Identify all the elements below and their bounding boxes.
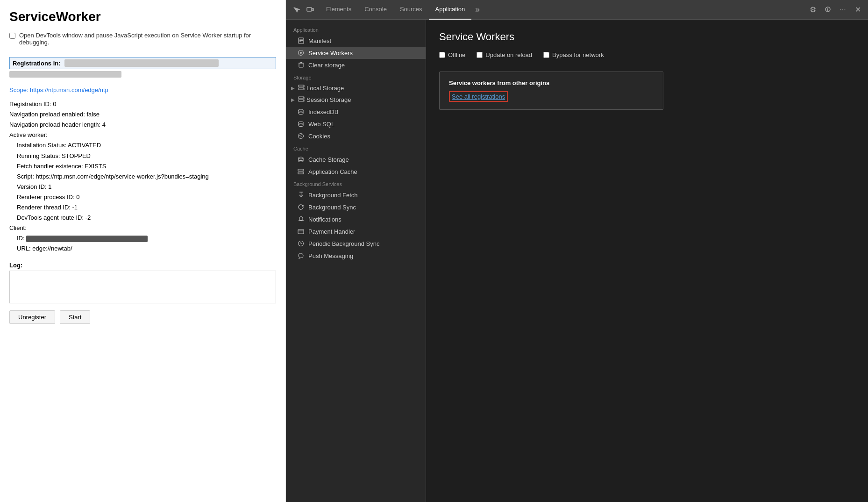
scope-section: Scope: https://ntp.msn.com/edge/ntp <box>9 85 276 95</box>
sidebar-item-indexeddb[interactable]: IndexedDB <box>286 106 426 118</box>
application-cache-icon <box>297 168 305 175</box>
sidebar-item-web-sql[interactable]: Web SQL <box>286 118 426 130</box>
unregister-button[interactable]: Unregister <box>9 310 55 324</box>
svg-rect-4 <box>827 8 828 10</box>
detail-renderer-thread: Renderer thread ID: -1 <box>9 202 276 213</box>
svg-point-28 <box>301 136 302 137</box>
origins-section: Service workers from other origins See a… <box>439 72 663 110</box>
svg-point-29 <box>300 136 301 136</box>
detail-version-id: Version ID: 1 <box>9 182 276 192</box>
sidebar-item-payment-handler[interactable]: Payment Handler <box>286 225 426 237</box>
sidebar-item-cookies[interactable]: Cookies <box>286 130 426 142</box>
tab-sources[interactable]: Sources <box>393 0 429 20</box>
tab-application[interactable]: Application <box>429 0 472 20</box>
update-on-reload-label: Update on reload <box>485 51 532 58</box>
bypass-for-network-checkbox[interactable] <box>543 52 549 58</box>
start-button[interactable]: Start <box>60 310 90 324</box>
indexeddb-label: IndexedDB <box>308 108 338 115</box>
update-on-reload-checkbox-label[interactable]: Update on reload <box>477 51 532 58</box>
svg-rect-1 <box>312 8 313 11</box>
session-storage-icon <box>298 96 305 103</box>
tab-elements[interactable]: Elements <box>320 0 358 20</box>
update-on-reload-checkbox[interactable] <box>477 52 483 58</box>
ellipsis-icon[interactable]: ··· <box>836 3 849 16</box>
settings-icon[interactable]: ⚙ <box>806 3 819 16</box>
scope-link[interactable]: Scope: https://ntp.msn.com/edge/ntp <box>9 86 108 93</box>
background-sync-icon <box>297 203 305 211</box>
svg-rect-3 <box>827 10 828 11</box>
periodic-background-sync-label: Periodic Background Sync <box>308 240 379 247</box>
svg-point-27 <box>300 136 301 137</box>
cookies-icon <box>297 132 305 140</box>
svg-point-26 <box>301 134 302 135</box>
sidebar: Application Manifest Service Workers Cle… <box>286 20 426 502</box>
left-panel: ServiceWorker Open DevTools window and p… <box>0 0 286 502</box>
sidebar-item-push-messaging[interactable]: Push Messaging <box>286 250 426 262</box>
sidebar-item-manifest[interactable]: Manifest <box>286 35 426 47</box>
feedback-icon[interactable] <box>821 3 834 16</box>
sw-title: ServiceWorker <box>9 9 276 24</box>
main-content: Service Workers Offline Update on reload… <box>426 20 868 502</box>
sidebar-item-service-workers[interactable]: Service Workers <box>286 47 426 59</box>
service-workers-icon <box>297 49 305 57</box>
sidebar-item-session-storage[interactable]: ▶ Session Storage <box>286 94 426 106</box>
registrations-input-bar <box>64 59 219 67</box>
svg-point-34 <box>303 172 304 173</box>
more-tabs-icon[interactable]: » <box>471 5 484 14</box>
notifications-icon <box>297 215 305 223</box>
sidebar-item-background-sync[interactable]: Background Sync <box>286 201 426 213</box>
local-storage-arrow-icon: ▶ <box>290 85 296 92</box>
svg-point-30 <box>299 157 303 159</box>
tab-console[interactable]: Console <box>358 0 393 20</box>
sidebar-item-cache-storage[interactable]: Cache Storage <box>286 153 426 165</box>
bypass-for-network-label: Bypass for network <box>552 51 604 58</box>
origins-title: Service workers from other origins <box>449 79 654 86</box>
devtools-content: Application Manifest Service Workers Cle… <box>286 20 868 502</box>
see-all-registrations-link[interactable]: See all registrations <box>449 91 508 102</box>
sidebar-item-local-storage[interactable]: ▶ Local Storage <box>286 82 426 94</box>
sidebar-section-background-services: Background Services <box>286 178 426 189</box>
bypass-for-network-checkbox-label[interactable]: Bypass for network <box>543 51 604 58</box>
clear-storage-icon <box>297 61 305 69</box>
sidebar-item-application-cache[interactable]: Application Cache <box>286 165 426 178</box>
offline-checkbox-label[interactable]: Offline <box>439 51 465 58</box>
sidebar-item-periodic-background-sync[interactable]: Periodic Background Sync <box>286 237 426 250</box>
manifest-label: Manifest <box>308 37 331 44</box>
debug-label: Open DevTools window and pause JavaScrip… <box>19 32 276 46</box>
detail-client-id: ID: <box>9 233 276 244</box>
background-fetch-label: Background Fetch <box>308 192 358 199</box>
log-textarea[interactable] <box>9 271 276 303</box>
clear-storage-label: Clear storage <box>308 62 345 69</box>
detail-client-label: Client: <box>9 223 276 233</box>
sidebar-section-application: Application <box>286 23 426 35</box>
detail-install-status: Installation Status: ACTIVATED <box>9 140 276 151</box>
background-fetch-icon <box>297 191 305 199</box>
debug-checkbox[interactable] <box>9 33 15 39</box>
payment-handler-icon <box>297 228 305 235</box>
cursor-icon[interactable] <box>290 3 303 16</box>
background-sync-label: Background Sync <box>308 204 356 211</box>
offline-label: Offline <box>448 51 465 58</box>
sidebar-item-background-fetch[interactable]: Background Fetch <box>286 189 426 201</box>
sidebar-item-clear-storage[interactable]: Clear storage <box>286 59 426 71</box>
offline-checkbox[interactable] <box>439 52 445 58</box>
local-storage-icon <box>298 85 305 92</box>
action-buttons: Unregister Start <box>9 310 276 331</box>
application-cache-label: Application Cache <box>308 168 357 175</box>
cookies-label: Cookies <box>308 133 330 140</box>
close-icon[interactable]: ✕ <box>851 3 864 16</box>
session-storage-label: Session Storage <box>306 96 351 103</box>
debug-option: Open DevTools window and pause JavaScrip… <box>9 32 276 46</box>
periodic-background-sync-icon <box>297 240 305 247</box>
cache-storage-label: Cache Storage <box>308 156 349 163</box>
detail-client-url: URL: edge://newtab/ <box>9 244 276 254</box>
push-messaging-label: Push Messaging <box>308 252 353 259</box>
detail-devtools-agent: DevTools agent route ID: -2 <box>9 213 276 223</box>
registrations-redacted-bar <box>9 71 121 78</box>
log-label: Log: <box>9 262 276 269</box>
service-workers-label: Service Workers <box>308 50 353 57</box>
detail-active-worker: Active worker: <box>9 130 276 140</box>
registrations-label: Registrations in: <box>13 60 61 67</box>
sidebar-item-notifications[interactable]: Notifications <box>286 213 426 225</box>
device-toggle-icon[interactable] <box>304 3 317 16</box>
